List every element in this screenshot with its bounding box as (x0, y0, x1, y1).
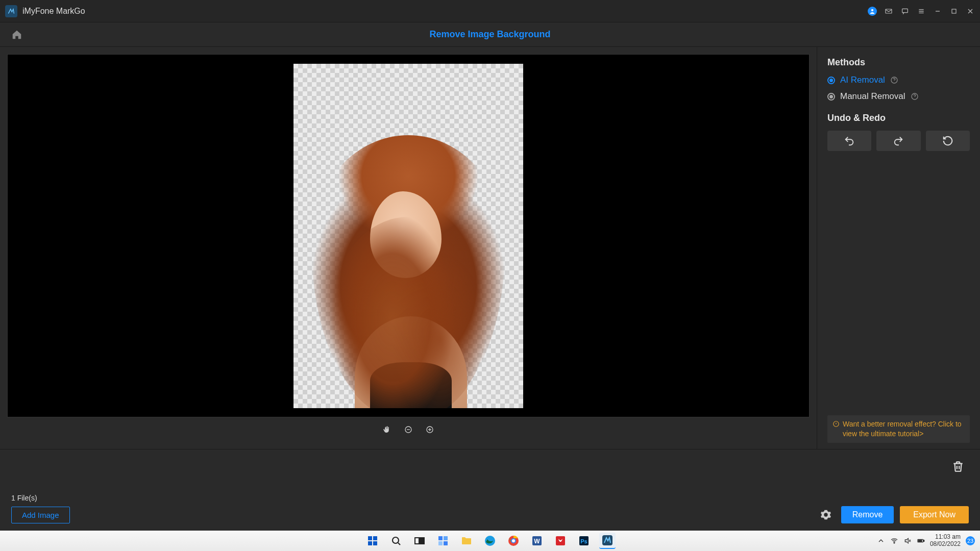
svg-rect-17 (444, 536, 448, 540)
task-view-icon[interactable] (411, 533, 428, 549)
method-ai-removal[interactable]: AI Removal (827, 75, 970, 85)
windows-taskbar: W Ps 11:03 am 08/02/2022 23 (0, 531, 980, 551)
minimize-icon[interactable] (933, 7, 942, 16)
delete-icon[interactable] (951, 460, 966, 474)
help-icon[interactable] (890, 76, 898, 84)
svg-text:W: W (534, 538, 540, 545)
zoom-out-icon[interactable] (403, 424, 413, 435)
battery-icon[interactable] (917, 537, 925, 545)
zoom-in-icon[interactable] (425, 424, 435, 435)
svg-point-23 (512, 539, 515, 542)
page-title: Remove Image Background (10, 29, 970, 40)
svg-rect-12 (373, 541, 377, 545)
word-icon[interactable]: W (529, 533, 545, 549)
canvas-tools (7, 417, 810, 442)
radio-unselected-icon (827, 93, 835, 101)
search-icon[interactable] (388, 533, 404, 549)
photoshop-icon[interactable]: Ps (576, 533, 592, 549)
svg-point-30 (894, 542, 895, 543)
svg-rect-14 (415, 538, 419, 544)
svg-rect-33 (918, 540, 922, 542)
method-manual-removal[interactable]: Manual Removal (827, 91, 970, 102)
svg-rect-19 (444, 541, 448, 545)
pan-hand-icon[interactable] (382, 424, 392, 435)
svg-rect-11 (368, 541, 372, 545)
radio-selected-icon (827, 77, 835, 84)
settings-icon[interactable] (820, 509, 832, 521)
svg-rect-2 (902, 9, 908, 12)
canvas-column (0, 47, 817, 449)
tray-date: 08/02/2022 (930, 541, 961, 548)
svg-point-20 (485, 536, 495, 546)
undo-redo-row (827, 131, 970, 151)
user-account-icon[interactable] (868, 7, 877, 16)
undo-button[interactable] (827, 131, 871, 151)
svg-rect-15 (420, 538, 424, 544)
redo-button[interactable] (876, 131, 920, 151)
svg-point-13 (393, 537, 399, 543)
mail-icon[interactable] (884, 7, 893, 16)
svg-point-0 (871, 9, 873, 11)
wifi-icon[interactable] (890, 537, 898, 545)
system-tray: 11:03 am 08/02/2022 23 (877, 531, 975, 551)
methods-heading: Methods (827, 57, 970, 68)
file-count: 1 File(s) (11, 494, 969, 502)
app-logo-icon (5, 5, 17, 17)
tray-time: 11:03 am (930, 534, 961, 541)
taskbar-center: W Ps (364, 533, 616, 549)
tray-clock[interactable]: 11:03 am 08/02/2022 (930, 534, 961, 548)
add-image-button[interactable]: Add Image (11, 507, 70, 523)
method-manual-label: Manual Removal (840, 91, 905, 102)
svg-rect-9 (368, 536, 372, 540)
main-area: Methods AI Removal Manual Removal Undo &… (0, 47, 980, 449)
app-title: iMyFone MarkGo (22, 7, 85, 16)
markgo-taskbar-icon[interactable] (599, 533, 616, 549)
tray-chevron-icon[interactable] (877, 537, 885, 545)
close-icon[interactable] (966, 7, 975, 16)
title-bar: iMyFone MarkGo (0, 0, 980, 22)
chrome-icon[interactable] (505, 533, 522, 549)
notification-badge[interactable]: 23 (966, 536, 975, 545)
svg-rect-10 (373, 536, 377, 540)
widgets-icon[interactable] (435, 533, 451, 549)
volume-muted-icon[interactable] (903, 537, 912, 545)
acrobat-icon[interactable] (552, 533, 569, 549)
bottom-strip: 1 File(s) Add Image Remove Export Now (0, 449, 980, 531)
help-icon[interactable] (911, 92, 919, 101)
svg-rect-16 (438, 536, 443, 540)
sub-header: Remove Image Background (0, 22, 980, 47)
file-explorer-icon[interactable] (458, 533, 475, 549)
image-preview (293, 64, 523, 408)
svg-rect-32 (923, 540, 924, 542)
remove-button[interactable]: Remove (841, 506, 894, 523)
edge-icon[interactable] (482, 533, 498, 549)
menu-icon[interactable] (917, 7, 926, 16)
method-ai-label: AI Removal (840, 75, 885, 85)
start-icon[interactable] (364, 533, 381, 549)
bottom-actions: Add Image Remove Export Now (11, 506, 969, 523)
application-window: iMyFone MarkGo (0, 0, 980, 531)
reset-button[interactable] (926, 131, 970, 151)
feedback-icon[interactable] (900, 7, 910, 16)
right-panel: Methods AI Removal Manual Removal Undo &… (817, 47, 980, 449)
tutorial-tip[interactable]: Want a better removal effect? Click to v… (827, 415, 970, 443)
tip-text: Want a better removal effect? Click to v… (843, 419, 965, 439)
canvas[interactable] (7, 54, 810, 417)
svg-text:Ps: Ps (580, 538, 587, 544)
maximize-icon[interactable] (949, 7, 959, 16)
undo-redo-heading: Undo & Redo (827, 113, 970, 123)
svg-rect-3 (952, 9, 956, 13)
svg-rect-18 (438, 541, 443, 545)
export-now-button[interactable]: Export Now (900, 506, 969, 523)
titlebar-actions (868, 7, 975, 16)
